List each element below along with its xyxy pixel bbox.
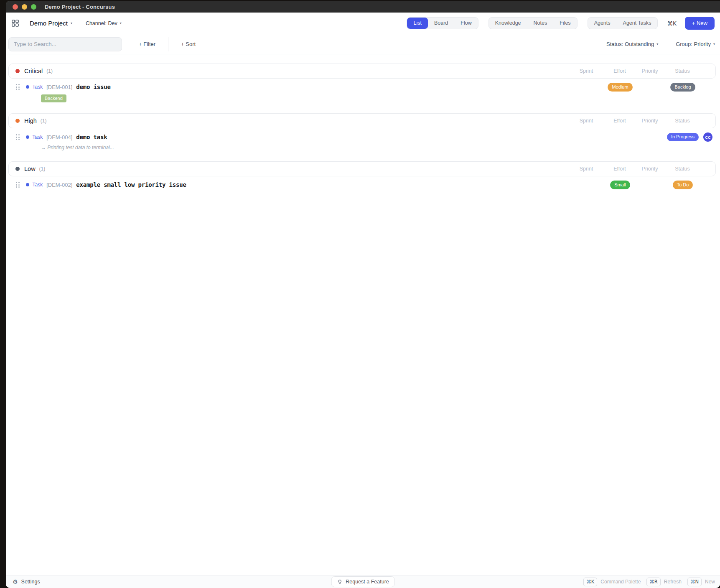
minimize-window-button[interactable] (22, 4, 27, 10)
window-title: Demo Project - Concursus (45, 4, 115, 10)
tab-list[interactable]: List (407, 18, 427, 29)
agent-switcher: Agents Agent Tasks (588, 17, 658, 29)
task-title: demo task (76, 134, 570, 140)
group-count: (1) (46, 68, 53, 74)
column-headers: SprintEffortPriorityStatus (569, 68, 714, 74)
sort-button[interactable]: + Sort (175, 38, 201, 51)
status-pill[interactable]: In Progress (667, 133, 699, 142)
shortcut-keys[interactable]: ⌘K (583, 578, 597, 586)
footer-shortcuts: ⌘KCommand Palette⌘RRefresh⌘NNew (583, 578, 715, 586)
group-count: (1) (39, 166, 46, 172)
new-button[interactable]: + New (685, 17, 715, 30)
zoom-window-button[interactable] (31, 4, 36, 10)
task-title: example small low priority issue (76, 181, 570, 188)
drag-handle-icon[interactable] (15, 83, 20, 91)
priority-dot (15, 167, 20, 171)
column-header-priority: Priority (636, 166, 664, 172)
tab-flow[interactable]: Flow (454, 18, 478, 29)
tab-files[interactable]: Files (553, 18, 577, 29)
column-header-effort: Effort (603, 118, 636, 124)
effort-cell: Medium (604, 83, 636, 92)
chevron-down-icon: ▾ (71, 21, 72, 25)
task-row[interactable]: Task[DEM-001]demo issueMediumBacklogBack… (8, 79, 716, 105)
footer-shortcut: ⌘KCommand Palette (583, 578, 641, 586)
task-subtitle: → Printing test data to terminal... (41, 145, 114, 150)
filter-button[interactable]: + Filter (133, 38, 161, 51)
group-by-dropdown[interactable]: Group: Priority ▾ (676, 41, 715, 47)
divider (168, 37, 168, 51)
task-columns: SmallTo Do (570, 181, 714, 189)
tab-agents[interactable]: Agents (588, 18, 617, 29)
window-controls (13, 4, 36, 10)
column-header-status: Status (664, 166, 701, 172)
status-cell: Backlog (664, 83, 702, 92)
task-secondary-line: Backend (41, 94, 714, 102)
apps-grid-icon[interactable] (12, 20, 19, 27)
assignee-avatar[interactable]: CC (703, 132, 712, 142)
channel-label: Channel: Dev (86, 20, 117, 26)
priority-dot (15, 119, 20, 123)
task-id: [DEM-004] (46, 134, 72, 140)
project-selector[interactable]: Demo Project ▾ (30, 20, 72, 27)
shortcut-keys[interactable]: ⌘R (646, 578, 661, 586)
column-header-effort: Effort (603, 68, 636, 74)
tab-agent-tasks[interactable]: Agent Tasks (617, 18, 658, 29)
close-window-button[interactable] (13, 4, 18, 10)
request-feature-label: Request a Feature (346, 579, 389, 585)
project-name-label: Demo Project (30, 20, 68, 27)
group-count: (1) (41, 118, 47, 124)
column-headers: SprintEffortPriorityStatus (569, 166, 714, 172)
group-header[interactable]: High(1)SprintEffortPriorityStatus (8, 113, 716, 128)
drag-handle-icon[interactable] (15, 181, 20, 188)
column-header-effort: Effort (603, 166, 636, 172)
tab-notes[interactable]: Notes (527, 18, 554, 29)
task-row[interactable]: Task[DEM-004]demo taskIn ProgressCC→ Pri… (8, 128, 716, 153)
task-row[interactable]: Task[DEM-002]example small low priority … (8, 176, 716, 192)
footer-shortcut: ⌘NNew (687, 578, 715, 586)
tab-board[interactable]: Board (428, 18, 454, 29)
shortcut-keys[interactable]: ⌘N (687, 578, 702, 586)
assignee-cell: CC (702, 132, 714, 142)
drag-handle-icon[interactable] (15, 133, 20, 141)
tab-knowledge[interactable]: Knowledge (489, 18, 527, 29)
app-window: Demo Project - Concursus Demo Project ▾ … (6, 1, 720, 588)
status-cell: To Do (664, 181, 702, 189)
task-main-line: Task[DEM-001]demo issueMediumBacklog (15, 83, 714, 92)
gear-icon: ⚙ (13, 579, 18, 585)
channel-selector[interactable]: Channel: Dev ▾ (86, 20, 122, 26)
status-pill[interactable]: To Do (673, 181, 693, 189)
header: Demo Project ▾ Channel: Dev ▾ List Board… (6, 13, 720, 34)
status-filter-dropdown[interactable]: Status: Outstanding ▾ (606, 41, 658, 47)
footer-shortcut: ⌘RRefresh (646, 578, 682, 586)
search-input[interactable] (8, 37, 122, 51)
column-header-status: Status (664, 68, 701, 74)
group-name: High (24, 117, 37, 124)
footer: ⚙ Settings Request a Feature ⌘KCommand P… (6, 575, 720, 588)
task-type-label: Task (33, 134, 43, 140)
chevron-down-icon: ▾ (120, 21, 122, 25)
column-header-sprint: Sprint (569, 118, 603, 124)
group-by-label: Group: Priority (676, 41, 711, 47)
request-feature-button[interactable]: Request a Feature (331, 576, 395, 587)
command-palette-shortcut-hint[interactable]: ⌘K (667, 20, 676, 27)
task-type-dot (26, 183, 29, 186)
task-type-label: Task (33, 182, 43, 188)
chevron-down-icon: ▾ (713, 42, 715, 46)
resource-switcher: Knowledge Notes Files (488, 17, 578, 29)
group-header[interactable]: Critical(1)SprintEffortPriorityStatus (8, 64, 716, 79)
group-header[interactable]: Low(1)SprintEffortPriorityStatus (8, 161, 716, 176)
column-header-priority: Priority (636, 118, 664, 124)
toolbar: + Filter + Sort Status: Outstanding ▾ Gr… (6, 34, 720, 54)
effort-pill[interactable]: Medium (608, 83, 632, 92)
task-type-dot (26, 85, 29, 89)
lightbulb-icon (337, 579, 342, 585)
column-headers: SprintEffortPriorityStatus (569, 118, 714, 124)
task-tag[interactable]: Backend (41, 94, 66, 102)
status-pill[interactable]: Backlog (670, 83, 695, 92)
column-header-sprint: Sprint (569, 68, 603, 74)
effort-pill[interactable]: Small (610, 181, 630, 189)
column-header-status: Status (664, 118, 701, 124)
priority-dot (15, 69, 20, 73)
task-group: Low(1)SprintEffortPriorityStatusTask[DEM… (8, 161, 716, 192)
settings-button[interactable]: ⚙ Settings (13, 579, 40, 585)
